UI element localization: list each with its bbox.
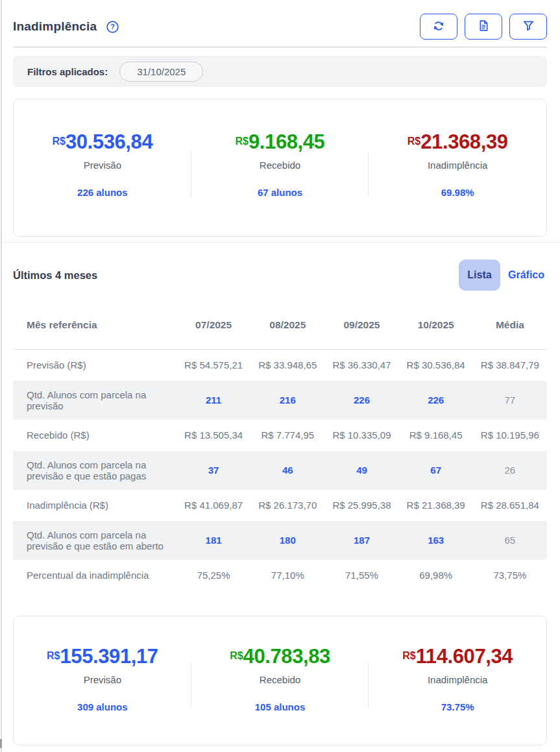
forecast-value: 30.536,84 [66, 130, 152, 153]
table-row-students-paid: Qtd. Alunos com parcela na previsão e qu… [13, 451, 547, 490]
total-received: R$40.783,83 Recebido 105 alunos [191, 616, 369, 745]
cell-student-count-link[interactable]: 216 [250, 381, 324, 420]
total-forecast-value: 155.391,17 [60, 645, 158, 668]
section-divider [0, 242, 560, 243]
received-label: Recebido [191, 160, 369, 171]
total-forecast-label: Previsão [14, 674, 191, 685]
table-row-forecast: Previsão (R$) R$ 54.575,21 R$ 33.948,65 … [13, 350, 547, 381]
currency-prefix: R$ [230, 650, 243, 661]
table-header-row: Mês referência 07/2025 08/2025 09/2025 1… [13, 310, 547, 350]
table-row-delinquency-percentage: Percentual da inadimplência 75,25% 77,10… [13, 560, 547, 591]
row-label: Qtd. Alunos com parcela na previsão e qu… [13, 521, 177, 560]
cell-student-count-link[interactable]: 181 [177, 521, 250, 560]
table-row-students-forecast: Qtd. Alunos com parcela na previsão 211 … [13, 381, 547, 420]
section-title: Últimos 4 meses [13, 269, 97, 282]
received-students-link[interactable]: 67 alunos [191, 187, 369, 198]
row-label: Qtd. Alunos com parcela na previsão [13, 381, 177, 420]
col-header-09-2025: 09/2025 [324, 310, 398, 350]
total-delinquency-value: 114.607,34 [416, 645, 513, 668]
view-toggle: Lista Gráfico [459, 260, 547, 291]
report-button[interactable] [465, 14, 502, 40]
cell-value: R$ 21.368,39 [399, 490, 473, 521]
date-filter-chip[interactable]: 31/10/2025 [119, 62, 203, 82]
currency-prefix: R$ [236, 136, 249, 147]
delinquency-value: 21.368,39 [420, 130, 507, 153]
cell-value: R$ 10.195,96 [473, 420, 547, 451]
cell-value: R$ 54.575,21 [177, 350, 250, 381]
cell-student-count-link[interactable]: 187 [324, 521, 398, 560]
currency-prefix: R$ [52, 136, 65, 147]
table-row-received: Recebido (R$) R$ 13.505,34 R$ 7.774,95 R… [13, 420, 547, 451]
currency-prefix: R$ [402, 650, 415, 661]
summary-delinquency: R$21.368,39 Inadimplência 69.98% [369, 99, 546, 236]
table-row-students-open: Qtd. Alunos com parcela na previsão e qu… [13, 521, 547, 560]
page-title: Inadimplência [13, 19, 97, 34]
row-label: Previsão (R$) [13, 350, 177, 381]
total-forecast-students-link[interactable]: 309 alunos [14, 701, 191, 712]
col-header-08-2025: 08/2025 [250, 310, 324, 350]
cell-value: R$ 30.536,84 [399, 350, 473, 381]
forecast-label: Previsão [14, 160, 191, 171]
delinquency-percentage: 69.98% [369, 187, 546, 198]
cell-value: R$ 25.995,38 [324, 490, 398, 521]
row-label: Inadimplência (R$) [13, 490, 177, 521]
row-label: Recebido (R$) [13, 420, 177, 451]
total-received-value: 40.783,83 [243, 645, 330, 668]
cell-student-count-link[interactable]: 67 [399, 451, 473, 490]
cell-value: 75,25% [177, 560, 250, 591]
forecast-students-link[interactable]: 226 alunos [14, 187, 191, 198]
cell-value: R$ 10.335,09 [324, 420, 398, 451]
cell-student-count-link[interactable]: 49 [324, 451, 398, 490]
col-header-average: Média [473, 310, 547, 350]
total-received-students-link[interactable]: 105 alunos [191, 701, 369, 712]
tab-chart-view[interactable]: Gráfico [505, 269, 547, 281]
left-scrollbar-track [1, 0, 2, 752]
refresh-button[interactable] [420, 14, 457, 40]
cell-value: 73,75% [473, 560, 547, 591]
header-divider [14, 47, 547, 47]
received-value: 9.168,45 [249, 130, 324, 153]
delinquency-history-table: Mês referência 07/2025 08/2025 09/2025 1… [13, 310, 547, 591]
header-actions [420, 14, 547, 40]
cell-value: R$ 28.651,84 [473, 490, 547, 521]
row-label: Qtd. Alunos com parcela na previsão e qu… [13, 451, 177, 490]
total-delinquency-percentage: 73.75% [369, 701, 546, 712]
table-row-delinquency: Inadimplência (R$) R$ 41.069,87 R$ 26.17… [13, 490, 547, 521]
total-delinquency-label: Inadimplência [369, 674, 546, 685]
cell-average: 26 [473, 451, 547, 490]
left-scrollbar-thumb[interactable] [0, 739, 2, 748]
cell-value: 77,10% [250, 560, 324, 591]
cell-student-count-link[interactable]: 46 [250, 451, 324, 490]
cell-student-count-link[interactable]: 180 [250, 521, 324, 560]
filter-button[interactable] [509, 14, 547, 40]
row-label: Percentual da inadimplência [13, 560, 177, 591]
last-months-section-header: Últimos 4 meses Lista Gráfico [13, 260, 547, 291]
help-icon[interactable]: ? [106, 20, 119, 34]
refresh-icon [432, 19, 445, 34]
summary-card-period-total: R$155.391,17 Previsão 309 alunos R$40.78… [13, 616, 547, 746]
svg-text:?: ? [110, 23, 115, 30]
tab-list-view[interactable]: Lista [459, 260, 500, 291]
cell-average: 77 [473, 381, 547, 420]
cell-average: 65 [473, 521, 547, 560]
cell-value: R$ 13.505,34 [177, 420, 250, 451]
cell-student-count-link[interactable]: 226 [324, 381, 398, 420]
delinquency-label: Inadimplência [369, 160, 546, 171]
summary-forecast: R$30.536,84 Previsão 226 alunos [14, 99, 191, 236]
cell-value: R$ 33.948,65 [250, 350, 324, 381]
cell-student-count-link[interactable]: 37 [177, 451, 250, 490]
topbar: Inadimplência ? [13, 0, 547, 40]
currency-prefix: R$ [47, 650, 60, 661]
currency-prefix: R$ [408, 136, 420, 147]
cell-student-count-link[interactable]: 226 [399, 381, 473, 420]
cell-student-count-link[interactable]: 163 [399, 521, 473, 560]
col-header-10-2025: 10/2025 [399, 310, 473, 350]
col-header-month-reference: Mês referência [13, 310, 177, 350]
cell-value: R$ 41.069,87 [177, 490, 250, 521]
col-header-07-2025: 07/2025 [177, 310, 250, 350]
applied-filters-bar: Filtros aplicados: 31/10/2025 [13, 56, 547, 87]
cell-value: R$ 26.173,70 [250, 490, 324, 521]
cell-value: 71,55% [324, 560, 398, 591]
cell-student-count-link[interactable]: 211 [177, 381, 250, 420]
filter-icon [522, 19, 535, 34]
